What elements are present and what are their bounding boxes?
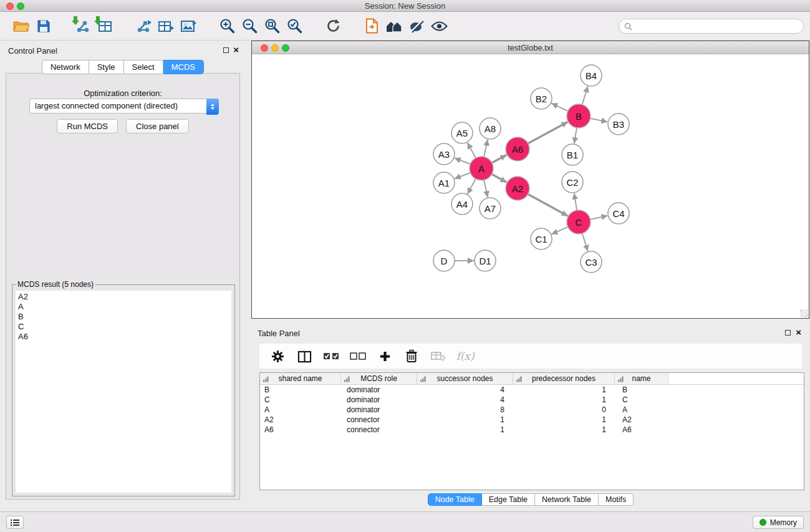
show-columns-button[interactable] xyxy=(296,348,312,364)
function-builder-button[interactable]: f(x) xyxy=(457,348,473,364)
document-export-button[interactable] xyxy=(360,16,383,37)
table-cell[interactable]: A2 xyxy=(260,415,341,425)
open-session-button[interactable] xyxy=(10,16,32,37)
zoom-network-window-button[interactable] xyxy=(282,44,289,52)
table-cell[interactable]: 1 xyxy=(417,425,513,435)
graph-edge-B-B3[interactable] xyxy=(591,118,608,122)
table-cell[interactable]: A6 xyxy=(615,425,668,435)
result-item[interactable]: A6 xyxy=(18,332,231,342)
export-image-button[interactable] xyxy=(177,16,200,37)
add-column-button[interactable] xyxy=(377,348,393,364)
table-cell[interactable]: A2 xyxy=(615,415,668,425)
float-panel-icon[interactable] xyxy=(223,47,229,53)
close-table-panel-icon[interactable]: × xyxy=(796,327,801,338)
table-cell[interactable]: 1 xyxy=(513,385,615,395)
table-cell[interactable]: B xyxy=(615,385,668,395)
table-row[interactable]: Cdominator41C xyxy=(260,395,804,405)
close-window-button[interactable] xyxy=(6,2,14,10)
result-item[interactable]: A xyxy=(18,302,231,312)
search-box[interactable] xyxy=(619,19,804,34)
table-cell[interactable]: A xyxy=(615,405,668,415)
table-cell[interactable]: 1 xyxy=(513,395,615,405)
criterion-dropdown[interactable]: largest connected component (directed) xyxy=(29,99,219,114)
tab-network[interactable]: Network xyxy=(42,60,89,74)
tab-edge-table[interactable]: Edge Table xyxy=(482,493,535,506)
column-header-predecessor-nodes[interactable]: predecessor nodes xyxy=(513,373,615,384)
graph-edge-B-B1[interactable] xyxy=(574,128,577,143)
zoom-out-button[interactable] xyxy=(238,16,261,37)
task-history-button[interactable] xyxy=(6,516,24,529)
delete-column-button[interactable] xyxy=(403,348,420,364)
import-network-button[interactable] xyxy=(71,16,94,37)
graph-edge-A-A2[interactable] xyxy=(492,174,507,182)
tab-style[interactable]: Style xyxy=(89,60,124,74)
network-window-titlebar[interactable]: testGlobe.txt xyxy=(252,41,809,54)
deselect-all-button[interactable] xyxy=(350,348,366,364)
graph-edge-A2-C[interactable] xyxy=(528,194,568,216)
zoom-in-button[interactable] xyxy=(216,16,238,37)
graph-edge-A-A4[interactable] xyxy=(468,179,476,195)
network-canvas[interactable]: B4B2BB3A5A8A6B1A3AC2A1A2A4A7C4CC1C3DD1 xyxy=(252,54,809,318)
table-cell[interactable]: connector xyxy=(341,425,417,435)
table-cell[interactable]: dominator xyxy=(341,395,417,405)
graph-edge-B-B4[interactable] xyxy=(582,86,588,105)
export-network-button[interactable] xyxy=(132,16,155,37)
column-header-name[interactable]: name xyxy=(615,373,668,384)
table-row[interactable]: Adominator80A xyxy=(260,405,804,415)
graph-edge-A-A8[interactable] xyxy=(484,140,488,157)
graph-edge-C-C2[interactable] xyxy=(574,193,577,210)
tab-node-table[interactable]: Node Table xyxy=(428,493,482,506)
memory-button[interactable]: Memory xyxy=(753,516,804,529)
graph-edge-A-A5[interactable] xyxy=(468,143,476,158)
float-table-panel-icon[interactable] xyxy=(785,330,791,336)
column-header-successor-nodes[interactable]: successor nodes xyxy=(417,373,513,384)
table-row[interactable]: Bdominator41B xyxy=(260,385,804,395)
table-cell[interactable]: A6 xyxy=(260,425,341,435)
resize-grip-icon[interactable] xyxy=(800,309,808,317)
delete-table-button[interactable] xyxy=(430,348,446,364)
column-header-shared-name[interactable]: shared name xyxy=(260,373,341,384)
table-cell[interactable]: 4 xyxy=(417,385,513,395)
tab-select[interactable]: Select xyxy=(124,60,163,74)
tab-motifs[interactable]: Motifs xyxy=(599,493,634,506)
table-settings-button[interactable] xyxy=(269,348,286,364)
close-panel-icon[interactable]: × xyxy=(233,44,239,56)
table-cell[interactable]: 1 xyxy=(513,425,615,435)
table-cell[interactable]: 8 xyxy=(417,405,513,415)
graph-edge-A-A3[interactable] xyxy=(455,158,471,164)
table-cell[interactable]: A xyxy=(260,405,341,415)
zoom-window-button[interactable] xyxy=(17,2,24,10)
close-panel-button[interactable]: Close panel xyxy=(126,119,189,133)
graph-edge-C-C4[interactable] xyxy=(591,216,608,220)
table-cell[interactable]: 0 xyxy=(513,405,615,415)
tab-mcds[interactable]: MCDS xyxy=(163,60,204,74)
table-cell[interactable]: C xyxy=(260,395,341,405)
table-cell[interactable]: connector xyxy=(341,415,417,425)
table-cell[interactable]: 1 xyxy=(513,415,615,425)
graph-edge-A-A6[interactable] xyxy=(492,155,507,163)
table-row[interactable]: A6connector11A6 xyxy=(260,425,804,435)
result-item[interactable]: B xyxy=(18,312,231,322)
graph-edge-B-B2[interactable] xyxy=(551,104,568,111)
graph-edge-C-C3[interactable] xyxy=(582,233,588,251)
result-item[interactable]: C xyxy=(18,322,231,332)
zoom-selected-button[interactable] xyxy=(283,16,306,37)
show-hide-button[interactable] xyxy=(428,16,450,37)
home-button[interactable] xyxy=(383,16,405,37)
graph-edge-A-A1[interactable] xyxy=(455,173,471,179)
import-table-button[interactable] xyxy=(94,16,116,37)
column-header-MCDS-role[interactable]: MCDS role xyxy=(341,373,417,384)
graph-edge-A6-B[interactable] xyxy=(528,122,568,144)
run-mcds-button[interactable]: Run MCDS xyxy=(57,119,118,133)
table-cell[interactable]: 4 xyxy=(417,395,513,405)
table-cell[interactable]: B xyxy=(260,385,341,395)
zoom-fit-button[interactable] xyxy=(261,16,283,37)
result-item[interactable]: A2 xyxy=(18,292,231,302)
graph-edge-C-C1[interactable] xyxy=(551,227,567,235)
select-all-button[interactable] xyxy=(323,348,339,364)
table-cell[interactable]: 1 xyxy=(417,415,513,425)
export-table-button[interactable] xyxy=(155,16,177,37)
search-input[interactable] xyxy=(635,20,803,32)
table-row[interactable]: A2connector11A2 xyxy=(260,415,804,425)
tab-network-table[interactable]: Network Table xyxy=(535,493,599,506)
